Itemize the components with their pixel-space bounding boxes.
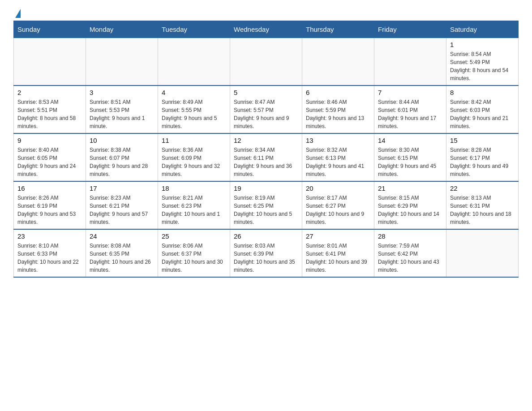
day-info: Sunrise: 8:21 AMSunset: 6:23 PMDaylight:…	[162, 194, 226, 226]
day-number: 2	[17, 89, 82, 96]
table-row: 24Sunrise: 8:08 AMSunset: 6:35 PMDayligh…	[86, 229, 158, 277]
day-info: Sunrise: 8:47 AMSunset: 5:57 PMDaylight:…	[234, 98, 298, 130]
day-info: Sunrise: 8:06 AMSunset: 6:37 PMDaylight:…	[162, 242, 226, 274]
day-info: Sunrise: 8:34 AMSunset: 6:11 PMDaylight:…	[234, 146, 298, 178]
table-row: 28Sunrise: 7:59 AMSunset: 6:42 PMDayligh…	[374, 229, 446, 277]
day-info: Sunrise: 8:54 AMSunset: 5:49 PMDaylight:…	[450, 50, 515, 82]
day-info: Sunrise: 8:15 AMSunset: 6:29 PMDaylight:…	[378, 194, 442, 226]
table-row: 22Sunrise: 8:13 AMSunset: 6:31 PMDayligh…	[446, 181, 519, 229]
table-row	[230, 38, 302, 86]
day-number: 28	[378, 232, 442, 240]
day-info: Sunrise: 8:13 AMSunset: 6:31 PMDaylight:…	[450, 194, 515, 226]
day-info: Sunrise: 8:38 AMSunset: 6:07 PMDaylight:…	[90, 146, 154, 178]
header-wednesday: Wednesday	[230, 21, 302, 38]
day-number: 1	[450, 41, 515, 48]
day-info: Sunrise: 8:10 AMSunset: 6:33 PMDaylight:…	[17, 242, 82, 274]
day-info: Sunrise: 8:30 AMSunset: 6:15 PMDaylight:…	[378, 146, 442, 178]
table-row: 15Sunrise: 8:28 AMSunset: 6:17 PMDayligh…	[446, 133, 519, 181]
table-row: 25Sunrise: 8:06 AMSunset: 6:37 PMDayligh…	[158, 229, 230, 277]
table-row: 12Sunrise: 8:34 AMSunset: 6:11 PMDayligh…	[230, 133, 302, 181]
table-row: 18Sunrise: 8:21 AMSunset: 6:23 PMDayligh…	[158, 181, 230, 229]
table-row: 11Sunrise: 8:36 AMSunset: 6:09 PMDayligh…	[158, 133, 230, 181]
calendar-week-row: 1Sunrise: 8:54 AMSunset: 5:49 PMDaylight…	[14, 38, 519, 86]
day-number: 22	[450, 184, 515, 192]
day-info: Sunrise: 8:03 AMSunset: 6:39 PMDaylight:…	[234, 242, 298, 274]
table-row	[302, 38, 374, 86]
table-row: 9Sunrise: 8:40 AMSunset: 6:05 PMDaylight…	[14, 133, 86, 181]
day-number: 13	[306, 137, 370, 144]
day-number: 15	[450, 137, 515, 144]
day-number: 11	[162, 137, 226, 144]
day-number: 14	[378, 137, 442, 144]
table-row: 2Sunrise: 8:53 AMSunset: 5:51 PMDaylight…	[14, 86, 86, 133]
day-number: 3	[90, 89, 154, 96]
calendar-week-row: 2Sunrise: 8:53 AMSunset: 5:51 PMDaylight…	[14, 86, 519, 133]
day-number: 24	[90, 232, 154, 240]
day-info: Sunrise: 7:59 AMSunset: 6:42 PMDaylight:…	[378, 242, 442, 274]
day-number: 23	[17, 232, 82, 240]
day-info: Sunrise: 8:19 AMSunset: 6:25 PMDaylight:…	[234, 194, 298, 226]
table-row: 23Sunrise: 8:10 AMSunset: 6:33 PMDayligh…	[14, 229, 86, 277]
header-friday: Friday	[374, 21, 446, 38]
day-number: 9	[17, 137, 82, 144]
table-row: 21Sunrise: 8:15 AMSunset: 6:29 PMDayligh…	[374, 181, 446, 229]
day-number: 10	[90, 137, 154, 144]
logo-triangle-icon	[15, 9, 21, 18]
day-number: 26	[234, 232, 298, 240]
page-header	[13, 9, 519, 16]
day-info: Sunrise: 8:42 AMSunset: 6:03 PMDaylight:…	[450, 98, 515, 130]
header-tuesday: Tuesday	[158, 21, 230, 38]
calendar-week-row: 23Sunrise: 8:10 AMSunset: 6:33 PMDayligh…	[14, 229, 519, 277]
day-info: Sunrise: 8:08 AMSunset: 6:35 PMDaylight:…	[90, 242, 154, 274]
day-info: Sunrise: 8:46 AMSunset: 5:59 PMDaylight:…	[306, 98, 370, 130]
table-row: 6Sunrise: 8:46 AMSunset: 5:59 PMDaylight…	[302, 86, 374, 133]
day-info: Sunrise: 8:23 AMSunset: 6:21 PMDaylight:…	[90, 194, 154, 226]
header-saturday: Saturday	[446, 21, 519, 38]
table-row: 3Sunrise: 8:51 AMSunset: 5:53 PMDaylight…	[86, 86, 158, 133]
day-number: 8	[450, 89, 515, 96]
header-thursday: Thursday	[302, 21, 374, 38]
table-row	[14, 38, 86, 86]
day-number: 4	[162, 89, 226, 96]
day-info: Sunrise: 8:28 AMSunset: 6:17 PMDaylight:…	[450, 146, 515, 178]
day-number: 25	[162, 232, 226, 240]
header-monday: Monday	[86, 21, 158, 38]
day-info: Sunrise: 8:49 AMSunset: 5:55 PMDaylight:…	[162, 98, 226, 130]
table-row: 10Sunrise: 8:38 AMSunset: 6:07 PMDayligh…	[86, 133, 158, 181]
table-row: 13Sunrise: 8:32 AMSunset: 6:13 PMDayligh…	[302, 133, 374, 181]
day-number: 18	[162, 184, 226, 192]
table-row: 8Sunrise: 8:42 AMSunset: 6:03 PMDaylight…	[446, 86, 519, 133]
day-number: 12	[234, 137, 298, 144]
day-number: 21	[378, 184, 442, 192]
table-row: 1Sunrise: 8:54 AMSunset: 5:49 PMDaylight…	[446, 38, 519, 86]
day-info: Sunrise: 8:32 AMSunset: 6:13 PMDaylight:…	[306, 146, 370, 178]
table-row: 4Sunrise: 8:49 AMSunset: 5:55 PMDaylight…	[158, 86, 230, 133]
calendar-week-row: 9Sunrise: 8:40 AMSunset: 6:05 PMDaylight…	[14, 133, 519, 181]
table-row: 7Sunrise: 8:44 AMSunset: 6:01 PMDaylight…	[374, 86, 446, 133]
day-info: Sunrise: 8:17 AMSunset: 6:27 PMDaylight:…	[306, 194, 370, 226]
table-row	[86, 38, 158, 86]
day-number: 17	[90, 184, 154, 192]
day-number: 27	[306, 232, 370, 240]
table-row: 26Sunrise: 8:03 AMSunset: 6:39 PMDayligh…	[230, 229, 302, 277]
table-row: 14Sunrise: 8:30 AMSunset: 6:15 PMDayligh…	[374, 133, 446, 181]
calendar-header-row: Sunday Monday Tuesday Wednesday Thursday…	[14, 21, 519, 38]
table-row	[446, 229, 519, 277]
table-row	[158, 38, 230, 86]
day-number: 7	[378, 89, 442, 96]
table-row: 5Sunrise: 8:47 AMSunset: 5:57 PMDaylight…	[230, 86, 302, 133]
day-info: Sunrise: 8:40 AMSunset: 6:05 PMDaylight:…	[17, 146, 82, 178]
table-row: 17Sunrise: 8:23 AMSunset: 6:21 PMDayligh…	[86, 181, 158, 229]
table-row: 16Sunrise: 8:26 AMSunset: 6:19 PMDayligh…	[14, 181, 86, 229]
day-number: 20	[306, 184, 370, 192]
table-row: 19Sunrise: 8:19 AMSunset: 6:25 PMDayligh…	[230, 181, 302, 229]
header-sunday: Sunday	[14, 21, 86, 38]
day-info: Sunrise: 8:26 AMSunset: 6:19 PMDaylight:…	[17, 194, 82, 226]
day-info: Sunrise: 8:51 AMSunset: 5:53 PMDaylight:…	[90, 98, 154, 130]
day-number: 6	[306, 89, 370, 96]
day-info: Sunrise: 8:44 AMSunset: 6:01 PMDaylight:…	[378, 98, 442, 130]
day-info: Sunrise: 8:01 AMSunset: 6:41 PMDaylight:…	[306, 242, 370, 274]
logo	[13, 9, 21, 16]
day-number: 19	[234, 184, 298, 192]
table-row: 27Sunrise: 8:01 AMSunset: 6:41 PMDayligh…	[302, 229, 374, 277]
